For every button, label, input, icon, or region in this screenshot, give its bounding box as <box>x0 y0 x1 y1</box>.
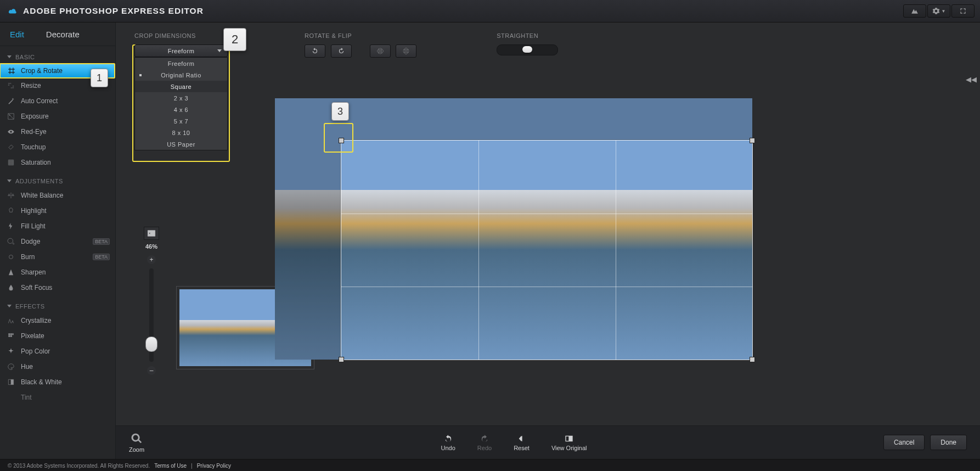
sidebar-item-label: Sharpen <box>21 268 46 276</box>
done-button[interactable]: Done <box>930 435 967 450</box>
tab-decorate[interactable]: Decorate <box>46 30 80 39</box>
callout-3: 3 <box>331 102 349 121</box>
sidebar-item-label: Tint <box>21 394 32 401</box>
flip-v-button[interactable] <box>396 44 416 58</box>
zoom-out-button[interactable]: – <box>147 366 156 375</box>
sidebar-item-label: Auto Correct <box>21 97 58 105</box>
collapse-panel-icon[interactable]: ◀◀ <box>966 75 977 83</box>
crop-dim-label: CROP DIMENSIONS <box>134 32 228 39</box>
bottom-toolbar: Zoom Undo Redo Reset View Original <box>116 425 980 459</box>
sidebar-item-redeye[interactable]: Red-Eye <box>0 124 115 139</box>
canvas-image[interactable]: 3 <box>275 98 752 360</box>
sidebar-item-highlight[interactable]: Highlight <box>0 203 115 218</box>
tint-icon <box>7 393 15 402</box>
palette-icon <box>7 362 15 371</box>
sidebar-item-sharpen[interactable]: Sharpen <box>0 265 115 280</box>
privacy-link[interactable]: Privacy Policy <box>197 463 231 469</box>
crop-handle-tl[interactable] <box>339 138 344 143</box>
crop-rect[interactable]: 3 <box>341 140 753 360</box>
bulb-icon <box>7 206 15 215</box>
rotate-ccw-button[interactable] <box>305 44 325 58</box>
rotate-cw-icon <box>337 47 345 55</box>
sidebar-item-label: Pop Color <box>21 347 50 355</box>
statusbar: © 2013 Adobe Systems Incorporated. All R… <box>0 459 980 471</box>
crystal-icon <box>7 316 15 325</box>
rotate-ccw-icon <box>311 47 319 55</box>
reset-button[interactable]: Reset <box>514 434 530 451</box>
rotate-flip-label: ROTATE & FLIP <box>305 32 420 39</box>
sidebar-item-label: Highlight <box>21 207 47 215</box>
sidebar-item-label: Crop & Rotate <box>21 67 63 75</box>
tab-edit[interactable]: Edit <box>10 30 24 39</box>
sidebar-item-crystallize[interactable]: Crystallize <box>0 313 115 328</box>
view-original-button[interactable]: View Original <box>551 434 587 451</box>
zoom-slider-thumb[interactable] <box>145 337 157 352</box>
wand-icon <box>7 97 15 105</box>
view-original-icon <box>564 434 574 443</box>
dropdown-selected: Freeform <box>168 48 195 54</box>
slider-thumb[interactable] <box>522 46 532 53</box>
zoom-tool[interactable]: Zoom <box>129 433 144 453</box>
top-settings-button[interactable]: ▼ <box>927 4 950 18</box>
crop-handle-br[interactable] <box>750 357 755 362</box>
rotate-cw-button[interactable] <box>331 44 352 58</box>
sidebar-item-label: Crystallize <box>21 317 51 324</box>
sidebar-item-autocorrect[interactable]: Auto Correct <box>0 93 115 109</box>
straighten-label: STRAIGHTEN <box>497 32 558 39</box>
sidebar-item-label: Burn <box>21 253 35 261</box>
dd-item-freeform[interactable]: Freeform <box>135 58 227 69</box>
pixel-icon <box>7 332 15 340</box>
sidebar-item-pixelate[interactable]: Pixelate <box>0 328 115 344</box>
beta-badge: BETA <box>93 238 110 245</box>
topbar: ADOBE PHOTOSHOP EXPRESS EDITOR ▼ <box>0 0 980 23</box>
sidebar-item-filllight[interactable]: Fill Light <box>0 218 115 234</box>
zoom-fit-button[interactable] <box>144 227 159 240</box>
sidebar-item-saturation[interactable]: Saturation <box>0 155 115 170</box>
bolt-icon <box>7 222 15 231</box>
sidebar: Edit Decorate 1 BASIC Crop & Rotate Resi… <box>0 23 116 459</box>
straighten-slider[interactable] <box>497 44 558 55</box>
reset-icon <box>517 434 527 443</box>
top-tool-1[interactable] <box>903 4 926 18</box>
section-adjustments[interactable]: ADJUSTMENTS <box>0 170 115 188</box>
sidebar-item-label: Exposure <box>21 113 49 120</box>
section-basic[interactable]: BASIC <box>0 46 115 64</box>
sidebar-item-dodge[interactable]: Dodge BETA <box>0 234 115 249</box>
crop-dim-dropdown[interactable]: Freeform Freeform Original Ratio Square … <box>134 44 228 57</box>
callout-2: 2 <box>223 28 246 51</box>
undo-button[interactable]: Undo <box>441 434 455 451</box>
undo-icon <box>443 434 453 443</box>
sidebar-item-softfocus[interactable]: Soft Focus <box>0 280 115 295</box>
sidebar-item-popcolor[interactable]: Pop Color <box>0 344 115 359</box>
fullscreen-icon <box>959 7 967 15</box>
resize-icon <box>7 81 15 90</box>
grid-icon <box>7 158 15 167</box>
copyright-text: © 2013 Adobe Systems Incorporated. All R… <box>8 463 150 469</box>
sidebar-item-hue[interactable]: Hue <box>0 359 115 374</box>
sidebar-item-label: Dodge <box>21 238 40 245</box>
sidebar-item-touchup[interactable]: Touchup <box>0 139 115 155</box>
top-fullscreen-button[interactable] <box>951 4 975 18</box>
sidebar-item-whitebalance[interactable]: White Balance <box>0 188 115 203</box>
flip-h-button[interactable] <box>370 44 391 58</box>
sidebar-item-burn[interactable]: Burn BETA <box>0 249 115 265</box>
redo-button[interactable]: Redo <box>477 434 492 451</box>
redo-icon <box>480 434 489 443</box>
cancel-button[interactable]: Cancel <box>883 435 925 450</box>
zoom-slider[interactable] <box>149 268 154 362</box>
section-effects[interactable]: EFFECTS <box>0 295 115 313</box>
sidebar-item-exposure[interactable]: Exposure <box>0 109 115 124</box>
status-sep: | <box>191 463 193 469</box>
sidebar-item-bw[interactable]: Black & White <box>0 374 115 390</box>
balance-icon <box>7 191 15 200</box>
fit-screen-icon <box>147 229 156 237</box>
crop-icon <box>7 66 16 75</box>
workarea: 2 ◀◀ CROP DIMENSIONS Freeform Freeform O… <box>116 23 980 459</box>
zoom-in-button[interactable]: + <box>147 255 156 264</box>
crop-handle-bl[interactable] <box>339 357 344 362</box>
terms-link[interactable]: Terms of Use <box>154 463 187 469</box>
crop-handle-tr[interactable] <box>750 138 755 143</box>
sidebar-item-label: Black & White <box>21 378 62 386</box>
sidebar-item-tint[interactable]: Tint <box>0 390 115 405</box>
magnifier-icon <box>7 237 15 246</box>
